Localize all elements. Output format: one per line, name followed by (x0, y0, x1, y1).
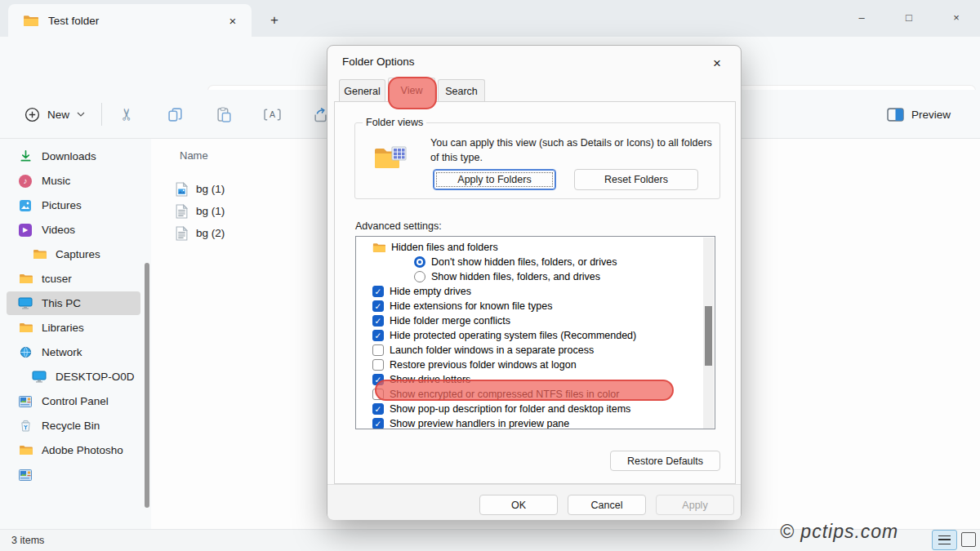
setting-checkbox-row[interactable]: Show pop-up description for folder and d… (372, 402, 630, 416)
radio-unselected[interactable] (414, 271, 425, 282)
setting-checkbox-row[interactable]: Hide empty drives (372, 284, 471, 299)
scrollbar-thumb[interactable] (705, 306, 712, 366)
setting-checkbox-row[interactable]: Launch folder windows in a separate proc… (372, 343, 594, 358)
sidebar-item-tcuser[interactable]: tcuser (7, 267, 140, 291)
copy-button[interactable] (161, 101, 189, 127)
setting-radio-row[interactable]: Don't show hidden files, folders, or dri… (414, 255, 617, 269)
sidebar-item-videos[interactable]: ▶ Videos (7, 218, 140, 242)
sidebar-item-label: Adobe Photosho (42, 444, 123, 456)
folder-icon (18, 273, 33, 286)
ok-button[interactable]: OK (479, 495, 558, 515)
apply-to-folders-button[interactable]: Apply to Folders (433, 169, 556, 190)
preview-toggle[interactable]: Preview (880, 100, 957, 128)
checkbox-checked[interactable] (372, 315, 384, 327)
svg-text:A: A (269, 109, 274, 119)
sidebar-item-this-pc[interactable]: This PC (7, 291, 140, 315)
sidebar-scrollbar[interactable] (145, 263, 149, 508)
advanced-settings-label: Advanced settings: (355, 220, 442, 232)
file-name: bg (1) (196, 205, 225, 217)
rename-button[interactable]: A (258, 101, 286, 127)
setting-label: Launch folder windows in a separate proc… (390, 344, 594, 356)
highlight-annotation-view-tab (388, 77, 437, 109)
cut-button[interactable]: ✂ (113, 101, 140, 127)
setting-label: Show pop-up description for folder and d… (390, 403, 630, 415)
apply-button[interactable]: Apply (656, 495, 734, 515)
details-view-button[interactable] (932, 530, 957, 550)
cancel-button[interactable]: Cancel (568, 495, 646, 515)
sidebar-item-pictures[interactable]: Pictures (7, 193, 140, 217)
setting-label: Show preview handlers in preview pane (390, 418, 569, 429)
text-file-icon (176, 204, 188, 219)
toolbar-divider (101, 103, 102, 126)
column-header-name[interactable]: Name (180, 149, 208, 162)
folder-options-dialog: Folder Options × General View Search Fol… (327, 45, 742, 520)
new-tab-button[interactable]: + (263, 10, 286, 31)
checkbox-unchecked[interactable] (372, 359, 384, 371)
setting-label: Don't show hidden files, folders, or dri… (431, 256, 617, 268)
folder-icon (372, 242, 385, 253)
sidebar-item-label: Control Panel (42, 395, 109, 407)
new-button[interactable]: New (15, 100, 95, 129)
sidebar-item-label: This PC (42, 297, 81, 309)
maximize-button[interactable]: □ (885, 0, 933, 34)
radio-selected[interactable] (414, 256, 425, 268)
checkbox-checked[interactable] (372, 403, 384, 415)
setting-checkbox-row[interactable]: Hide folder merge conflicts (372, 313, 510, 328)
sidebar-item-control-panel[interactable]: Control Panel (7, 389, 140, 413)
explorer-tab[interactable]: Test folder × (8, 4, 252, 37)
sidebar-item-libraries[interactable]: Libraries (7, 316, 140, 340)
tab-search[interactable]: Search (438, 79, 485, 102)
setting-label: Show hidden files, folders, and drives (431, 271, 600, 282)
setting-label: Hide empty drives (390, 286, 471, 297)
file-name: bg (2) (196, 227, 225, 239)
checkbox-checked[interactable] (372, 418, 384, 429)
restore-defaults-button[interactable]: Restore Defaults (610, 451, 720, 471)
paste-icon (216, 107, 232, 122)
highlight-annotation-protected-files (375, 380, 674, 401)
folder-icon (23, 15, 38, 27)
sidebar-item-network[interactable]: Network (7, 340, 140, 364)
minimize-button[interactable]: – (838, 0, 885, 34)
sidebar-item-downloads[interactable]: Downloads (7, 144, 140, 168)
sidebar-item-captures[interactable]: Captures (7, 242, 140, 266)
videos-icon: ▶ (18, 224, 33, 237)
view-tab-page: Folder views You can apply this view (su… (334, 101, 736, 484)
setting-radio-row[interactable]: Show hidden files, folders, and drives (414, 269, 600, 284)
tab-close-icon[interactable]: × (222, 10, 243, 31)
icons-view-button[interactable] (961, 532, 976, 547)
sidebar-item-desktop[interactable]: DESKTOP-O0D (7, 365, 140, 389)
sidebar-item-extra[interactable] (7, 463, 140, 487)
sidebar-item-music[interactable]: ♪ Music (7, 169, 140, 193)
checkbox-unchecked[interactable] (372, 344, 384, 356)
setting-checkbox-row[interactable]: Show preview handlers in preview pane (372, 416, 569, 429)
paste-button[interactable] (210, 101, 238, 127)
file-name: bg (1) (196, 183, 225, 195)
advanced-list-scrollbar[interactable] (703, 238, 714, 429)
checkbox-checked[interactable] (372, 300, 384, 312)
dialog-close-icon[interactable]: × (705, 52, 729, 75)
recycle-bin-icon (18, 420, 33, 433)
checkbox-checked[interactable] (372, 330, 384, 341)
reset-folders-button[interactable]: Reset Folders (574, 169, 698, 190)
checkbox-checked[interactable] (372, 286, 384, 297)
setting-checkbox-row[interactable]: Restore previous folder windows at logon (372, 358, 577, 372)
folder-views-label: Folder views (363, 117, 426, 128)
setting-group-row[interactable]: Hidden files and folders (372, 240, 498, 255)
sidebar-item-label: tcuser (42, 273, 72, 285)
text-file-icon (176, 226, 188, 241)
sidebar-item-label: Network (42, 346, 82, 358)
sidebar-item-adobe-photoshop[interactable]: Adobe Photosho (7, 438, 140, 462)
file-row[interactable]: bg (1) (176, 178, 339, 200)
file-row[interactable]: bg (2) (176, 222, 339, 244)
setting-checkbox-row-highlighted[interactable]: Hide protected operating system files (R… (372, 328, 636, 343)
tab-bar: Test folder × + – □ × (0, 0, 980, 37)
close-button[interactable]: × (933, 0, 980, 34)
watermark: © pctips.com (780, 521, 898, 543)
file-row[interactable]: bg (1) (176, 200, 339, 222)
setting-checkbox-row[interactable]: Hide extensions for known file types (372, 299, 552, 313)
monitor-icon (18, 297, 33, 310)
sidebar-item-label: Recycle Bin (42, 420, 100, 432)
setting-label: Hide folder merge conflicts (390, 315, 510, 327)
tab-general[interactable]: General (339, 79, 385, 102)
sidebar-item-recycle-bin[interactable]: Recycle Bin (7, 414, 140, 438)
